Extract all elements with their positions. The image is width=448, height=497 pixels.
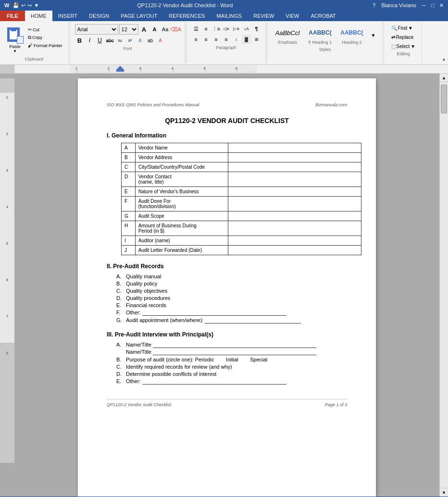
shading-button[interactable]: ▓	[242, 35, 251, 44]
paste-label: Paste	[9, 44, 20, 49]
scroll-thumb[interactable]	[441, 85, 447, 113]
svg-text:4: 4	[172, 67, 174, 70]
tab-review[interactable]: REVIEW	[248, 11, 280, 21]
binoculars-icon: 🔍	[391, 25, 397, 31]
para-controls: ☰ ≡ ⋮≡ ◁≡ ▷≡ ↕A ¶ ≡ ≡ ≡ ≡ ↕ ▓ ⊞	[191, 24, 261, 44]
tab-home[interactable]: HOME	[25, 11, 52, 21]
numbering-button[interactable]: ≡	[201, 24, 211, 34]
style-heading2[interactable]: AABBC( Heading 2	[337, 24, 366, 46]
multilevel-button[interactable]: ⋮≡	[212, 24, 221, 34]
tab-mailings[interactable]: MAILINGS	[211, 11, 248, 21]
scroll-down-button[interactable]: ▼	[440, 488, 448, 497]
svg-rect-18	[0, 93, 14, 343]
align-center-button[interactable]: ≡	[201, 35, 211, 44]
svg-text:1: 1	[75, 67, 77, 70]
vertical-ruler: 1 2 3 4 5 6 7 8	[0, 74, 14, 497]
find-dropdown[interactable]: ▼	[408, 25, 413, 31]
sort-button[interactable]: ↕A	[242, 24, 251, 34]
font-color-button[interactable]: A	[156, 36, 165, 45]
subscript-button[interactable]: x₂	[115, 36, 125, 45]
tab-page-layout[interactable]: PAGE LAYOUT	[115, 11, 163, 21]
strikethrough-button[interactable]: abc	[105, 36, 115, 45]
find-button[interactable]: 🔍 Find ▼	[389, 24, 418, 32]
divider-1	[70, 22, 70, 63]
list-item: B.Purpose of audit (circle one): Periodi…	[116, 357, 347, 362]
svg-text:2: 2	[6, 132, 8, 136]
horizontal-ruler: 1 2 3 4 5 6	[14, 65, 448, 73]
document-area[interactable]: ISO 9001 QMS Policies and Procedures Man…	[14, 74, 439, 497]
minimize-button[interactable]: ─	[420, 1, 428, 9]
paragraph-label: Paragraph	[216, 45, 236, 50]
line-spacing-button[interactable]: ↕	[232, 35, 241, 44]
clear-format-button[interactable]: ⌫A	[171, 25, 181, 34]
help-button[interactable]: ?	[373, 2, 375, 8]
copy-icon: ⧉	[28, 35, 31, 40]
increase-font-button[interactable]: A	[139, 25, 149, 34]
font-size-select[interactable]: 12	[119, 24, 138, 35]
underline-button[interactable]: U	[95, 36, 105, 45]
styles-more-button[interactable]: ▼	[369, 30, 378, 40]
text-effects-button[interactable]: A	[136, 36, 145, 45]
scroll-up-button[interactable]: ▲	[440, 74, 448, 82]
font-name-select[interactable]: Arial	[75, 24, 118, 35]
select-icon: ⬚	[391, 44, 396, 49]
svg-text:6: 6	[6, 278, 8, 282]
copy-button[interactable]: ⧉ Copy	[26, 34, 64, 41]
paste-button[interactable]: Paste ▼	[4, 24, 26, 56]
tab-design[interactable]: DESIGN	[83, 11, 115, 21]
close-button[interactable]: ✕	[437, 1, 445, 9]
align-left-button[interactable]: ≡	[191, 35, 201, 44]
bullets-button[interactable]: ☰	[191, 24, 201, 34]
header-left: ISO 9001 QMS Policies and Procedures Man…	[107, 102, 199, 107]
tab-references[interactable]: REFERENCES	[163, 11, 211, 21]
clipboard-label: Clipboard	[25, 57, 44, 62]
scroll-track[interactable]	[440, 82, 448, 488]
corner-ruler	[0, 65, 14, 73]
section-3-list: A. Name/Title Name/Title B.Purpose of au…	[107, 342, 347, 385]
justify-button[interactable]: ≡	[222, 35, 231, 44]
quick-access-undo[interactable]: ↩	[21, 2, 25, 9]
italic-button[interactable]: I	[85, 36, 95, 45]
tab-acrobat[interactable]: ACROBAT	[305, 11, 341, 21]
divider-3	[267, 22, 267, 63]
quick-access-save[interactable]: 💾	[12, 2, 19, 9]
svg-text:3: 3	[6, 169, 8, 172]
select-button[interactable]: ⬚ Select ▼	[389, 42, 418, 50]
list-item: C.Quality objectives	[116, 288, 347, 294]
increase-indent-button[interactable]: ▷≡	[232, 24, 241, 34]
show-formatting-button[interactable]: ¶	[252, 24, 261, 34]
list-item: E.Other:	[116, 378, 347, 385]
quick-access-redo[interactable]: ↪	[27, 2, 32, 9]
svg-text:5: 5	[6, 242, 8, 245]
text-highlight-button[interactable]: ab	[146, 36, 155, 45]
bold-button[interactable]: B	[75, 36, 85, 45]
tab-insert[interactable]: INSERT	[52, 11, 83, 21]
style-heading1[interactable]: AABBC( ¶ Heading 1	[305, 24, 335, 46]
ribbon-tabs: FILE HOME INSERT DESIGN PAGE LAYOUT REFE…	[0, 11, 448, 21]
svg-text:4: 4	[6, 205, 8, 209]
decrease-font-button[interactable]: A	[150, 25, 160, 34]
change-case-button[interactable]: Aa	[161, 25, 170, 34]
borders-button[interactable]: ⊞	[252, 35, 261, 44]
align-right-button[interactable]: ≡	[212, 35, 221, 44]
ribbon-collapse-button[interactable]: ▲	[440, 22, 448, 63]
font-group-label: Font	[124, 46, 132, 51]
paste-dropdown-arrow[interactable]: ▼	[13, 49, 17, 53]
replace-button[interactable]: ⇄ Replace	[389, 33, 418, 41]
section-2-heading: II. Pre-Audit Records	[107, 263, 347, 270]
format-painter-button[interactable]: 🖌 Format Painter	[26, 42, 64, 49]
decrease-indent-button[interactable]: ◁≡	[222, 24, 231, 34]
cut-button[interactable]: ✂ Cut	[26, 26, 64, 33]
style-emphasis[interactable]: AaBbCcI Emphasis	[272, 24, 303, 46]
clipboard-group: Paste ▼ ✂ Cut ⧉ Copy 🖌	[0, 22, 69, 63]
superscript-button[interactable]: x²	[125, 36, 135, 45]
quick-access-more[interactable]: ▼	[34, 2, 39, 8]
select-dropdown[interactable]: ▼	[411, 44, 415, 49]
maximize-button[interactable]: □	[429, 1, 436, 9]
tab-view[interactable]: VIEW	[280, 11, 305, 21]
tab-file[interactable]: FILE	[0, 11, 25, 21]
list-item: E.Financial records	[116, 302, 347, 308]
styles-label: Styles	[319, 47, 331, 52]
vertical-scrollbar[interactable]: ▲ ▼	[439, 74, 448, 497]
svg-text:8: 8	[6, 351, 8, 355]
